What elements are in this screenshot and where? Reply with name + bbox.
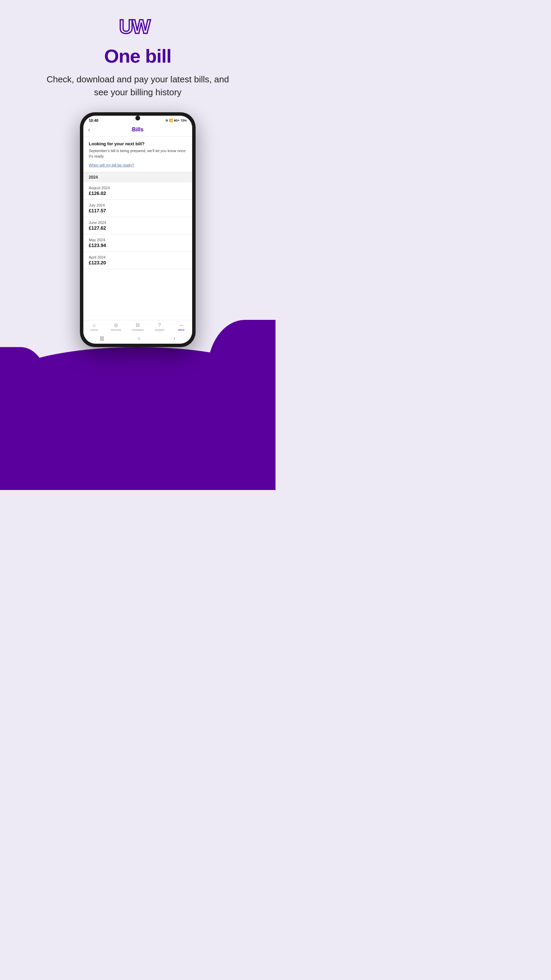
cashback-icon: ⊟ [136, 322, 140, 328]
nav-more[interactable]: ··· More [173, 322, 190, 331]
status-icons: N 📶 4G+ 72% [166, 119, 187, 122]
bill-list-item[interactable]: June 2024 £127.62 [83, 217, 192, 234]
battery-icon: 72% [181, 119, 187, 122]
phone-mockup: 10:40 N 📶 4G+ 72% ‹ Bills Looking for yo… [0, 112, 275, 347]
nav-support-label: Support [155, 328, 164, 331]
status-time: 10:40 [89, 118, 98, 123]
bill-amount: £127.62 [89, 225, 187, 231]
bill-amount: £126.02 [89, 191, 187, 196]
bill-month: July 2024 [89, 203, 187, 207]
screen-title: Bills [132, 127, 143, 133]
android-back-btn[interactable]: ||| [100, 336, 104, 341]
services-icon: ◎ [114, 322, 118, 328]
bill-amount: £123.20 [89, 260, 187, 266]
signal-icon: 4G+ [174, 119, 179, 122]
bill-month: April 2024 [89, 255, 187, 259]
back-button[interactable]: ‹ [88, 126, 90, 134]
bill-list-item[interactable]: August 2024 £126.02 [83, 182, 192, 200]
wifi-icon: 📶 [169, 119, 173, 122]
android-recents-btn[interactable]: ‹ [174, 336, 176, 341]
phone-frame: 10:40 N 📶 4G+ 72% ‹ Bills Looking for yo… [80, 112, 195, 347]
next-bill-link[interactable]: When will my bill be ready? [89, 163, 134, 167]
nav-support[interactable]: ? Support [151, 322, 168, 331]
page-header: UW One bill Check, download and pay your… [0, 0, 275, 99]
uw-logo: UW [118, 16, 158, 38]
page-title: One bill [0, 45, 275, 67]
bill-amount: £117.57 [89, 208, 187, 213]
bills-content: Looking for your next bill? September's … [83, 137, 192, 320]
bill-amount: £123.94 [89, 243, 187, 248]
nav-cashback[interactable]: ⊟ Cashback [129, 322, 146, 331]
nav-cashback-label: Cashback [132, 328, 144, 331]
year-header: 2024 [83, 172, 192, 182]
bottom-navigation: ⌂ Home ◎ Services ⊟ Cashback ? Support ·… [83, 320, 192, 333]
bill-month: May 2024 [89, 238, 187, 242]
bills-list: August 2024 £126.02 July 2024 £117.57 Ju… [83, 182, 192, 269]
nav-services-label: Services [111, 328, 121, 331]
bill-month: June 2024 [89, 221, 187, 224]
bill-month: August 2024 [89, 186, 187, 190]
next-bill-description: September's bill is being prepared, we'l… [89, 148, 187, 159]
app-nav-header: ‹ Bills [83, 124, 192, 137]
next-bill-section: Looking for your next bill? September's … [83, 137, 192, 172]
nav-home[interactable]: ⌂ Home [86, 322, 103, 331]
camera-notch [135, 116, 140, 121]
bill-list-item[interactable]: April 2024 £123.20 [83, 252, 192, 269]
nfc-icon: N [166, 119, 168, 122]
bill-list-item[interactable]: July 2024 £117.57 [83, 200, 192, 217]
support-icon: ? [158, 322, 161, 328]
home-icon: ⌂ [93, 322, 95, 328]
page-subtitle: Check, download and pay your latest bill… [39, 73, 237, 99]
android-home-btn[interactable]: ○ [137, 336, 140, 341]
nav-more-label: More [178, 328, 184, 331]
svg-text:UW: UW [119, 16, 151, 37]
phone-screen: 10:40 N 📶 4G+ 72% ‹ Bills Looking for yo… [83, 116, 192, 344]
next-bill-title: Looking for your next bill? [89, 141, 187, 146]
bill-list-item[interactable]: May 2024 £123.94 [83, 234, 192, 252]
more-icon: ··· [179, 322, 183, 328]
android-nav-bar: ||| ○ ‹ [83, 333, 192, 344]
nav-home-label: Home [91, 328, 98, 331]
nav-services[interactable]: ◎ Services [108, 322, 124, 331]
